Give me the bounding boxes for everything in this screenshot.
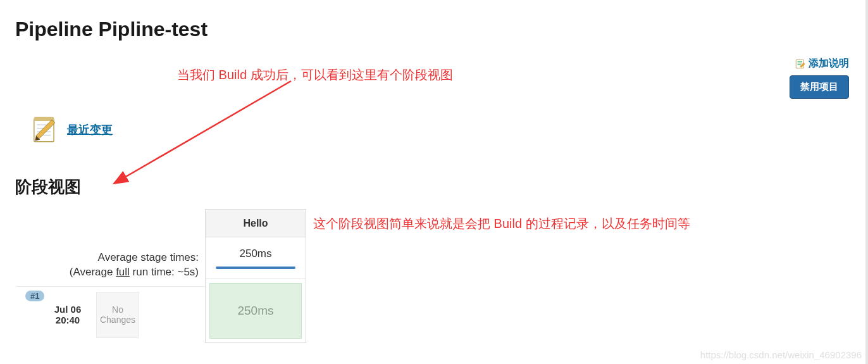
no-changes-cell: NoChanges	[96, 292, 139, 338]
page-title: Pipeline Pipline-test	[0, 0, 868, 41]
stage-average-time: 250ms	[206, 237, 306, 279]
run-id-badge: #1	[25, 291, 44, 301]
stage-run-cell[interactable]: 250ms	[206, 279, 306, 342]
edit-note-icon	[795, 58, 806, 70]
stage-column: Hello 250ms 250ms	[205, 209, 306, 343]
svg-rect-7	[34, 117, 54, 121]
avg-label-line2: (Average full run time: ~5s)	[16, 265, 199, 280]
average-stage-times-label: Average stage times: (Average full run t…	[16, 209, 205, 286]
recent-changes-link[interactable]: 最近变更	[67, 122, 113, 137]
avg-label-line1: Average stage times:	[16, 251, 199, 265]
progress-bar	[216, 267, 295, 269]
annotation-top: 当我们 Build 成功后，可以看到这里有个阶段视图	[177, 66, 453, 84]
stage-name: Hello	[206, 210, 306, 237]
disable-project-button[interactable]: 禁用项目	[790, 75, 849, 99]
page-edge	[865, 0, 868, 364]
add-description-link[interactable]: 添加说明	[795, 57, 849, 70]
add-description-label: 添加说明	[809, 57, 849, 70]
notepad-icon	[29, 114, 61, 146]
table-row[interactable]: #1 Jul 06 20:40 NoChanges	[16, 286, 205, 343]
stage-view-heading: 阶段视图	[15, 176, 81, 198]
stage-view: Average stage times: (Average full run t…	[16, 209, 306, 343]
run-date: Jul 06 20:40	[42, 287, 94, 343]
svg-line-1	[114, 81, 291, 184]
stage-run-time: 250ms	[209, 283, 302, 339]
annotation-arrow	[101, 76, 316, 196]
watermark: https://blog.csdn.net/weixin_46902396	[700, 349, 862, 360]
annotation-mid: 这个阶段视图简单来说就是会把 Build 的过程记录，以及任务时间等	[313, 215, 690, 232]
